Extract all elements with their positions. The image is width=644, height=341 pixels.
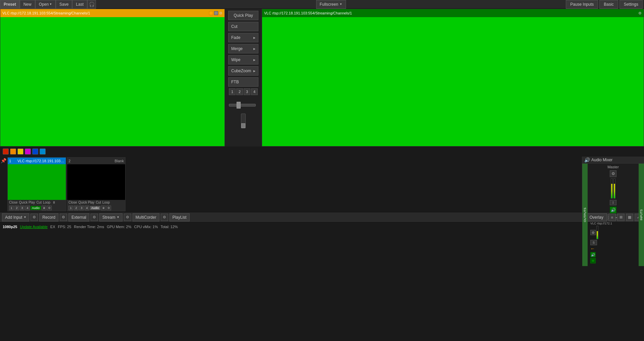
playlist-button[interactable]: PlayList	[169, 213, 190, 221]
settings-button[interactable]: Settings	[620, 0, 643, 9]
view-list-icon[interactable]: ≡	[608, 214, 616, 221]
preview-left-url: VLC rtsp://172.18.191.103:554/Streaming/…	[2, 11, 90, 15]
mixer-channel2: VLC rtsp://172.1 ⚙ S ← 🔊	[589, 220, 637, 265]
input-1-num-2[interactable]: 2	[14, 206, 19, 210]
input-1-pause-icon[interactable]: ⏸	[52, 201, 56, 204]
record-settings-icon[interactable]: ⚙	[60, 214, 67, 221]
top-bar-right: Pause Inputs Basic Settings	[566, 0, 644, 9]
mixer-speaker-btn[interactable]: 🔊	[610, 207, 616, 213]
color-dot-blue2[interactable]	[40, 148, 46, 155]
multicorder-button[interactable]: MultiCorder	[133, 213, 159, 221]
input-1-num-1[interactable]: 1	[9, 206, 14, 210]
input-1-loop-btn[interactable]: Loop	[43, 201, 50, 204]
open-button[interactable]: Open ▼	[35, 0, 56, 9]
color-dot-red[interactable]	[3, 148, 9, 155]
input-1-quickplay-btn[interactable]: Quick Play	[19, 201, 35, 204]
color-dot-magenta[interactable]	[25, 148, 31, 155]
input-2-loop-btn[interactable]: Loop	[102, 201, 110, 204]
outputs-tab[interactable]: OUTPUTS	[582, 164, 588, 266]
input-2-close-btn[interactable]: Close	[68, 201, 77, 204]
pin-icon[interactable]: 📌	[1, 158, 6, 163]
input-2-audio-btn[interactable]: Audio	[90, 206, 100, 210]
mixer-ch2-gear-icon[interactable]: ⚙	[590, 230, 596, 235]
last-button[interactable]: Last	[72, 0, 87, 9]
external-button[interactable]: External	[68, 213, 89, 221]
master-fader-left-fill	[611, 184, 612, 199]
tbar-vertical-handle[interactable]	[241, 123, 245, 128]
cut-button[interactable]: Cut	[228, 22, 258, 31]
color-dot-orange[interactable]	[10, 148, 16, 155]
input-2-cut-btn[interactable]: Cut	[96, 201, 101, 204]
mixer-i-button[interactable]: I	[610, 200, 616, 205]
input-card-1-name: VLC rtsp://172.18.191.103:554/Strea	[17, 159, 64, 163]
pause-inputs-button[interactable]: Pause Inputs	[566, 0, 598, 9]
preview-right-url: VLC rtsp://172.18.191.103:554/Streaming/…	[264, 11, 352, 15]
input-2-num-4[interactable]: 4	[85, 206, 89, 210]
view-large-icon[interactable]: ▦	[626, 214, 633, 221]
input-2-num-1[interactable]: 1	[68, 206, 73, 210]
wipe-button[interactable]: Wipe ▶	[228, 55, 258, 65]
record-button[interactable]: Record	[39, 213, 58, 221]
status-update-link[interactable]: Update Available	[20, 225, 47, 229]
quick-play-button[interactable]: Quick Play	[228, 11, 258, 20]
cubezoom-button[interactable]: CubeZoom ▶	[228, 66, 258, 76]
fade-arrow: ▶	[253, 36, 255, 39]
mixer-ch2-m-btn[interactable]: M	[590, 258, 596, 263]
add-input-button[interactable]: Add Input ▼	[2, 213, 29, 221]
input-2-num-2[interactable]: 2	[74, 206, 79, 210]
basic-button[interactable]: Basic	[599, 0, 618, 9]
mixer-ch2-fader[interactable]	[596, 226, 598, 239]
input-2-quickplay-btn[interactable]: Quick Play	[79, 201, 95, 204]
num-btn-3[interactable]: 3	[244, 88, 250, 95]
input-2-display-icon[interactable]: 🖥	[101, 206, 106, 210]
merge-button[interactable]: Merge ▶	[228, 44, 258, 53]
new-button[interactable]: New	[20, 0, 35, 9]
external-settings-icon[interactable]: ⚙	[91, 214, 98, 221]
num-btn-2[interactable]: 2	[236, 88, 243, 95]
input-1-num-3[interactable]: 3	[20, 206, 24, 210]
mixer-ch2-s-btn[interactable]: S	[590, 240, 597, 245]
preview-left-gear-icon[interactable]: ⚙	[219, 11, 222, 15]
inputs-tab[interactable]: INPUTS	[639, 164, 644, 266]
input-2-num-3[interactable]: 3	[79, 206, 84, 210]
multicorder-settings-icon[interactable]: ⚙	[161, 214, 168, 221]
input-1-gear-icon[interactable]: ⚙	[47, 206, 52, 210]
preset-button[interactable]: Preset	[0, 0, 20, 9]
preview-right-screen	[262, 17, 644, 146]
audio-mixer-title: Audio Mixer	[591, 158, 612, 162]
color-dot-yellow[interactable]	[17, 148, 23, 155]
fullscreen-button[interactable]: Fullscreen ▼	[316, 0, 346, 9]
tbar-horizontal-handle[interactable]	[237, 102, 241, 109]
view-grid-icon[interactable]: ⊞	[617, 214, 625, 221]
save-button[interactable]: Save	[56, 0, 72, 9]
mixer-ch2-speaker-btn[interactable]: 🔊	[590, 252, 596, 257]
input-1-close-btn[interactable]: Close	[9, 201, 18, 204]
preview-right-gear-icon[interactable]: ⚙	[638, 11, 642, 15]
stream-button[interactable]: Stream ▼	[99, 213, 122, 221]
ftb-button[interactable]: FTB	[228, 77, 258, 87]
overlay-button[interactable]: Overlay	[586, 213, 607, 221]
mixer-ch2-arrow-icon[interactable]: ←	[590, 246, 595, 251]
color-dot-blue[interactable]	[32, 148, 38, 155]
add-input-settings-icon[interactable]: ⚙	[31, 214, 38, 221]
input-1-audio-btn[interactable]: Audio	[31, 206, 41, 210]
status-total: Total: 12%	[160, 225, 178, 229]
fade-button[interactable]: Fade ▶	[228, 33, 258, 42]
tbar-vertical-track[interactable]	[241, 114, 246, 128]
headphone-button[interactable]: 🎧	[87, 0, 96, 9]
input-1-cut-btn[interactable]: Cut	[36, 201, 42, 204]
tbar-horizontal[interactable]	[229, 97, 258, 114]
input-1-num-4[interactable]: 4	[25, 206, 30, 210]
stream-settings-icon[interactable]: ⚙	[124, 214, 131, 221]
num-btn-4[interactable]: 4	[251, 88, 258, 95]
transition-num-row: 1 2 3 4	[229, 88, 258, 95]
input-card-1-id: 1	[9, 159, 11, 163]
input-card-2-controls: Close Quick Play Cut Loop	[67, 200, 125, 205]
input-1-display-icon[interactable]: 🖥	[42, 206, 46, 210]
master-fader-left[interactable]	[611, 178, 613, 199]
mixer-controls: ⚙ I 🔊 🎧 ↩	[589, 170, 637, 220]
mixer-gear-icon[interactable]: ⚙	[610, 170, 616, 177]
input-2-gear-icon[interactable]: ⚙	[106, 206, 111, 210]
num-btn-1[interactable]: 1	[229, 88, 236, 95]
master-fader-right[interactable]	[613, 178, 615, 199]
